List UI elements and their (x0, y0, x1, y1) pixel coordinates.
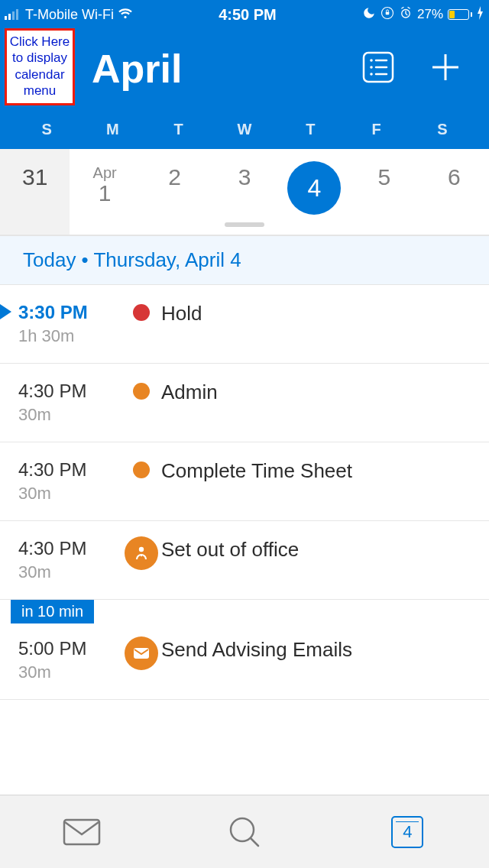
person-info-icon (125, 536, 158, 570)
event-title: Send Advising Emails (161, 638, 352, 682)
event-item[interactable]: 3:30 PM 1h 30m Hold (0, 285, 489, 364)
svg-point-6 (370, 73, 373, 76)
charging-icon (477, 6, 484, 24)
date-month-label: Apr (70, 164, 139, 182)
event-title: Set out of office (161, 538, 299, 582)
event-start: 4:30 PM (18, 381, 121, 402)
weekday-label: M (79, 121, 145, 138)
event-title: Complete Time Sheet (161, 459, 352, 504)
date-cell-prev[interactable]: 31 (0, 149, 70, 235)
event-item[interactable]: 4:30 PM 30m Admin (0, 364, 489, 442)
upcoming-badge: in 10 min (11, 600, 94, 623)
event-title: Admin (161, 381, 218, 425)
status-bar: T-Mobile Wi-Fi 4:50 PM 27% (0, 0, 489, 29)
lock-rotation-icon (381, 6, 394, 24)
event-duration: 1h 30m (18, 326, 121, 346)
mail-task-icon (125, 636, 158, 670)
calendar-header: Click Here to display calendar menu Apri… (0, 29, 489, 149)
today-header: Today • Thursday, April 4 (0, 235, 489, 285)
date-cell[interactable]: 5 (349, 149, 419, 235)
date-strip[interactable]: 31 Apr 1 2 3 4 5 6 (0, 149, 489, 235)
clock: 4:50 PM (133, 6, 362, 24)
current-time-indicator (0, 304, 11, 319)
callout-annotation: Click Here to display calendar menu (5, 28, 75, 105)
event-duration: 30m (18, 662, 121, 682)
date-cell-selected[interactable]: 4 (280, 149, 349, 235)
add-event-icon[interactable] (428, 50, 463, 88)
calendar-day-icon: 4 (391, 816, 423, 848)
event-duration: 30m (18, 484, 121, 504)
category-dot-icon (133, 304, 150, 321)
svg-point-5 (370, 66, 373, 69)
weekday-label: S (410, 121, 475, 138)
event-duration: 30m (18, 562, 121, 582)
svg-point-12 (139, 547, 144, 552)
tab-search[interactable] (163, 795, 325, 868)
svg-line-17 (251, 838, 258, 846)
agenda-view-icon[interactable] (361, 50, 396, 88)
drag-handle[interactable] (225, 222, 264, 227)
tab-mail[interactable] (0, 795, 163, 868)
category-dot-icon (133, 383, 150, 400)
event-start: 4:30 PM (18, 459, 121, 481)
wifi-icon (118, 6, 133, 24)
weekday-label: T (146, 121, 212, 138)
weekday-row: S M T W T F S (14, 121, 475, 138)
event-item[interactable]: 4:30 PM 30m Complete Time Sheet (0, 442, 489, 521)
event-start: 5:00 PM (18, 638, 121, 659)
svg-point-13 (141, 555, 143, 557)
tab-bar: 4 (0, 795, 489, 868)
category-dot-icon (133, 462, 150, 478)
event-item[interactable]: in 10 min 5:00 PM 30m Send Advising Emai… (0, 621, 489, 700)
event-item[interactable]: 4:30 PM 30m Set out of office (0, 521, 489, 600)
event-list[interactable]: 3:30 PM 1h 30m Hold 4:30 PM 30m Admin 4:… (0, 285, 489, 700)
event-start: 3:30 PM (18, 302, 121, 323)
date-cell[interactable]: 6 (419, 149, 489, 235)
weekday-label: T (277, 121, 343, 138)
date-number: 1 (99, 180, 112, 206)
event-start: 4:30 PM (18, 538, 121, 559)
battery-pct: 27% (417, 7, 443, 22)
month-title[interactable]: April (92, 46, 182, 92)
weekday-label: F (343, 121, 409, 138)
event-title: Hold (161, 302, 202, 346)
svg-rect-1 (386, 11, 390, 15)
date-cell[interactable]: Apr 1 (70, 149, 139, 235)
selected-date-circle: 4 (287, 161, 341, 215)
battery-icon (448, 9, 472, 20)
alarm-icon (399, 6, 413, 24)
event-duration: 30m (18, 405, 121, 425)
carrier-label: T-Mobile Wi-Fi (25, 7, 114, 23)
date-cell[interactable]: 2 (140, 149, 209, 235)
tab-calendar[interactable]: 4 (326, 795, 489, 868)
signal-icon (5, 9, 18, 20)
svg-rect-15 (64, 820, 99, 844)
weekday-label: S (14, 121, 79, 138)
weekday-label: W (212, 121, 277, 138)
svg-point-4 (370, 59, 373, 62)
moon-icon (362, 6, 376, 24)
